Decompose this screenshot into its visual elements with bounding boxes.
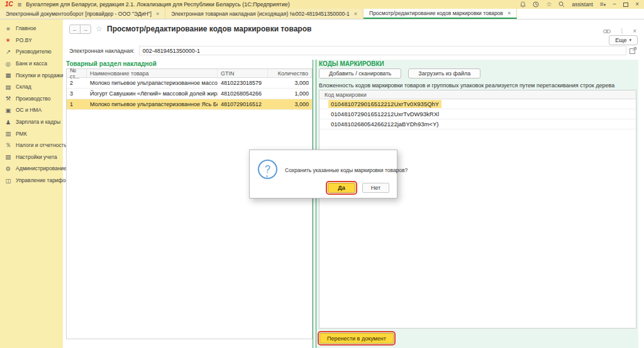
sidebar-item-os-nma[interactable]: ▣ОС и НМА [0,104,63,116]
nav-buttons: ← → [69,24,91,34]
tab-close-icon[interactable]: × [508,10,511,16]
app-logo-1c: 1С [5,1,13,8]
sidebar-item-nalogi[interactable]: ％Налоги и отчетность [0,139,63,151]
close-form-icon[interactable]: × [633,28,636,35]
favorites-icon[interactable]: ☆ [546,1,552,8]
marking-codes-panel: КОДЫ МАРКИРОВКИ Добавить / сканировать З… [316,60,638,348]
goods-row-qty: 1,000 [268,89,312,99]
gear-icon: ⚙ [4,165,12,172]
codes-table: Код маркировки 0104810729016512212UxrTv0… [319,90,636,329]
sidebar-item-label: Настройки учета [16,154,57,160]
column-header-gtin[interactable]: GTIN [218,69,268,77]
tab-label: Электронная товарная накладная (исходяща… [171,11,350,17]
no-button[interactable]: Нет [362,183,389,193]
open-invoice-icon[interactable] [628,46,638,55]
po-by-asterisk-icon: ∗ [4,36,12,43]
tax-icon: ％ [4,141,12,150]
sidebar-item-label: PO.BY [16,37,32,43]
app-title: Бухгалтерия для Беларуси, редакция 2.1. … [26,1,289,8]
sidebar-item-administrirovanie[interactable]: ⚙Администрирование [0,163,63,175]
goods-row-num: 1 [67,99,87,109]
sidebar-item-rmk[interactable]: ▥РМК [0,128,63,139]
sidebar-item-proizvodstvo[interactable]: ⚒Производство [0,93,63,105]
tab-label: Электронный документооборот [провайдер -… [6,11,152,17]
codes-column-header[interactable]: Код маркировки [319,90,636,99]
sidebar-item-sklad[interactable]: ▤Склад [0,81,63,93]
yes-button[interactable]: Да [328,183,355,193]
goods-row-name: Йогурт Савушкин «Лёгкий» массовой долей … [87,89,218,99]
goods-row-num: 2 [67,78,87,88]
notifications-icon[interactable] [520,1,526,8]
current-user[interactable]: assistant [572,1,593,8]
sidebar-item-label: Управление тарифом [16,177,69,183]
cart-icon: ▦ [4,72,12,79]
sidebar-item-label: Администрирование [16,165,67,171]
add-scan-button[interactable]: Добавить / сканировать [319,68,401,79]
sidebar-item-zarplata-kadry[interactable]: ♟Зарплата и кадры [0,116,63,128]
marking-code-value: 0104810729016512212UxrTv0X935QhY [328,100,441,108]
sidebar-item-upravlenie-tarifom[interactable]: ◫Управление тарифом [0,175,63,187]
nesting-note: Вложенность кодов маркировки товаров и г… [319,82,614,89]
back-button[interactable]: ← [69,24,80,34]
tab-label: Просмотр/редактирование кодов маркировки… [369,10,503,16]
tab-close-icon[interactable]: × [156,11,159,17]
close-window-button[interactable]: × [635,1,639,8]
goods-row-gtin: 4810223018579 [218,78,268,88]
dialog-buttons: Да Нет [328,183,389,193]
search-icon[interactable] [558,1,565,8]
truck-icon: ▣ [4,107,12,114]
column-header-num[interactable]: № ст... [67,69,87,77]
goods-row-qty: 3,000 [268,99,312,109]
restore-button[interactable] [623,3,628,7]
caret-down-icon: ▾ [604,3,606,7]
sidebar-item-pokupki-prodazhi[interactable]: ▦Покупки и продажи [0,69,63,81]
goods-row-qty: 3,000 [268,78,312,88]
sidebar-item-label: Главное [16,25,36,31]
invoice-row: Электронная накладная: 002-4819451350000… [69,46,638,55]
column-header-qty[interactable]: Количество [268,69,312,77]
favorite-star-icon[interactable]: ☆ [96,24,103,33]
confirm-save-dialog: ? Сохранить указанные коды маркировки то… [249,150,397,198]
code-row[interactable]: 0104810729016512212UxrTvDW93kRXl [319,109,636,119]
forward-button[interactable]: → [80,24,91,34]
code-row-selected[interactable]: 0104810729016512212UxrTv0X935QhY [319,99,636,109]
warehouse-icon: ▤ [4,84,12,90]
tab-waybill[interactable]: Электронная товарная накладная (исходяща… [165,9,364,19]
code-row[interactable]: 01048102680542662122jaBYDh93m<Y) [319,119,636,129]
sidebar-item-glavnoe[interactable]: ≡Главное [0,23,63,35]
sidebar-item-rukovoditelyu[interactable]: ↗Руководителю [0,46,63,58]
marking-code-value: 0104810729016512212UxrTvDW93kRXl [328,110,441,118]
more-button[interactable]: Еще ▾ [609,35,638,45]
goods-row-selected[interactable]: 1 Молоко питьевое ультрапастеризованное … [67,99,312,110]
sidebar-item-bank-kassa[interactable]: ◎Банк и касса [0,58,63,70]
minimize-button[interactable]: − [613,1,616,8]
factory-icon: ⚒ [4,95,12,102]
main-menu-icon[interactable]: ≡▾ [600,1,606,8]
goods-table-header: № ст... Наименование товара GTIN Количес… [67,69,312,78]
column-header-name[interactable]: Наименование товара [87,69,218,77]
tab-close-icon[interactable]: × [354,11,357,17]
history-icon[interactable] [533,1,539,8]
goods-row-num: 3 [67,89,87,99]
sidebar-item-label: Производство [16,95,50,102]
goods-section-title: Товарный раздел накладной [66,60,157,67]
goods-table: № ст... Наименование товара GTIN Количес… [66,68,313,339]
cash-register-icon: ▥ [4,130,12,137]
invoice-field[interactable]: 002-4819451350000-1 [139,46,626,55]
tab-edi[interactable]: Электронный документооборот [провайдер -… [0,9,165,19]
settings-book-icon: ▧ [4,153,12,160]
marking-code-value: 01048102680542662122jaBYDh93m<Y) [328,120,441,128]
person-icon: ♟ [4,119,12,126]
load-from-file-button[interactable]: Загрузить из файла [408,68,480,79]
tab-bar: Электронный документооборот [провайдер -… [0,9,644,19]
tab-marking-codes[interactable]: Просмотр/редактирование кодов маркировки… [364,9,517,19]
goods-row[interactable]: 3 Йогурт Савушкин «Лёгкий» массовой доле… [67,89,312,99]
transfer-to-document-button[interactable]: Перенести в документ [319,333,394,344]
sidebar-item-po-by[interactable]: ∗PO.BY [0,35,63,46]
goods-row-name: Молоко питьевое ультрапастеризованное Яс… [87,99,218,109]
more-vert-icon[interactable]: ⋮ [619,28,625,34]
sidebar-item-nastroyki-ucheta[interactable]: ▧Настройки учета [0,151,63,163]
goods-row[interactable]: 2 Молоко питьевое ультрапастеризованное … [67,78,312,89]
marking-codes-title: КОДЫ МАРКИРОВКИ [319,60,384,67]
main-hamburger-icon[interactable]: ≡ [18,1,21,8]
